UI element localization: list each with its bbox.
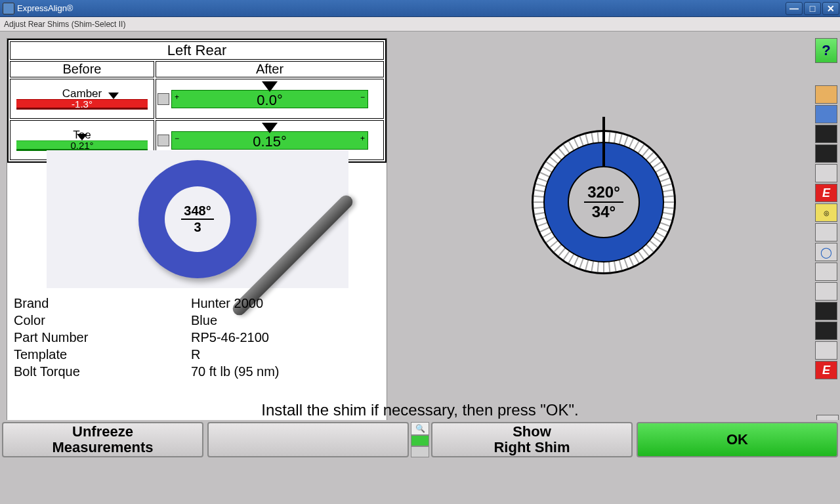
before-toe-value: 0.21°: [16, 139, 148, 152]
toolbar-btn-8[interactable]: ◯: [815, 243, 837, 261]
shim-info: BrandHunter 2000 ColorBlue Part NumberRP…: [14, 295, 280, 380]
toolbar-btn-1[interactable]: [815, 85, 837, 104]
readings-table: Left Rear Before After Camber -1.3°: [7, 39, 387, 163]
diagram-bottom-value: 34°: [592, 203, 616, 221]
toolbar-btn-7[interactable]: [815, 223, 837, 242]
toolbar-btn-5[interactable]: [815, 164, 837, 182]
photo-angle: 348°: [181, 203, 213, 220]
unfreeze-button[interactable]: Unfreeze Measurements: [2, 422, 203, 457]
color-value: Blue: [191, 312, 217, 329]
wrench-icon: [158, 93, 169, 105]
after-toe-value: 0.15°: [172, 133, 368, 150]
toolbar-btn-e2[interactable]: E: [815, 361, 837, 379]
toolbar-btn-2[interactable]: [815, 105, 837, 123]
toolbar-btn-6[interactable]: ◎: [815, 203, 837, 222]
diagram-top-value: 320°: [587, 183, 620, 201]
toolbar-btn-12[interactable]: [815, 322, 837, 340]
toolbar-btn-9[interactable]: [815, 262, 837, 281]
titlebar: ExpressAlign® — □ ✕: [0, 0, 840, 17]
ok-button[interactable]: OK: [637, 422, 838, 457]
toolbar-btn-3[interactable]: [815, 125, 837, 143]
bottom-button-bar: Unfreeze Measurements 🔍 Show Right Shim …: [0, 420, 840, 459]
wheel-header: Left Rear: [10, 41, 384, 60]
menubar-text: Adjust Rear Shims (Shim-Select II): [4, 20, 125, 29]
photo-count: 3: [194, 220, 201, 235]
wrench-icon: [158, 135, 169, 146]
torque-label: Bolt Torque: [14, 363, 191, 380]
blank-button-1[interactable]: [207, 422, 409, 457]
camber-label: Camber: [62, 87, 102, 98]
toolbar-btn-e1[interactable]: E: [815, 184, 837, 202]
partnum-value: RP5-46-2100: [191, 329, 269, 346]
view-toggle[interactable]: 🔍: [411, 422, 429, 457]
app-title: ExpressAlign®: [17, 3, 73, 13]
instruction-text: Install the shim if necessary, then pres…: [0, 400, 840, 420]
app-icon: [3, 3, 14, 14]
magnifier-icon[interactable]: 🔍: [411, 422, 429, 435]
content-area: Left Rear Before After Camber -1.3°: [0, 32, 840, 459]
before-camber-cell: Camber -1.3°: [10, 79, 154, 119]
brand-label: Brand: [14, 295, 191, 312]
before-camber-value: -1.3°: [16, 98, 148, 111]
maximize-button[interactable]: □: [804, 2, 821, 15]
right-canvas: 320° 34°: [400, 38, 801, 452]
help-button[interactable]: ?: [815, 38, 837, 63]
toolbar-btn-13[interactable]: [815, 341, 837, 360]
menubar: Adjust Rear Shims (Shim-Select II): [0, 17, 840, 32]
before-header: Before: [10, 61, 154, 77]
brand-value: Hunter 2000: [191, 295, 263, 312]
toolbar-btn-10[interactable]: [815, 282, 837, 301]
after-header: After: [156, 61, 384, 77]
left-panel: Left Rear Before After Camber -1.3°: [7, 38, 387, 452]
toolbar-btn-11[interactable]: [815, 302, 837, 320]
side-toolbar: ? E ◎ ◯ E: [814, 38, 839, 379]
shim-diagram: 320° 34°: [532, 130, 676, 274]
toolbar-btn-4[interactable]: [815, 144, 837, 163]
show-right-shim-button[interactable]: Show Right Shim: [431, 422, 633, 457]
partnum-label: Part Number: [14, 329, 191, 346]
after-camber-cell: +− 0.0°: [156, 79, 384, 119]
template-label: Template: [14, 346, 191, 363]
minimize-button[interactable]: —: [786, 2, 803, 15]
torque-value: 70 ft lb (95 nm): [191, 363, 280, 380]
color-label: Color: [14, 312, 191, 329]
close-button[interactable]: ✕: [822, 2, 839, 15]
shim-photo: 348° 3: [47, 150, 348, 288]
after-camber-value: 0.0°: [172, 92, 368, 109]
template-value: R: [191, 346, 200, 363]
